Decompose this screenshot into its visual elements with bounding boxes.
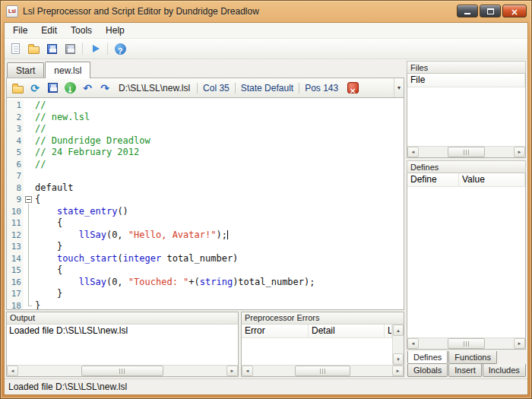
line-number: 2 (7, 112, 24, 124)
side-tab-defines[interactable]: Defines (407, 351, 448, 364)
line-number: 15 (7, 264, 24, 277)
side-tab-globals[interactable]: Globals (407, 364, 448, 377)
column-header-detail[interactable]: Detail (309, 325, 385, 337)
new-file-button[interactable] (7, 40, 24, 57)
open-folder-icon (28, 46, 40, 54)
fold-margin (24, 300, 33, 311)
close-icon (511, 5, 518, 18)
fold-margin (24, 194, 33, 206)
code-line: 2// new.lsl (7, 112, 404, 124)
scroll-left-arrow-icon[interactable] (407, 338, 419, 349)
side-tab-includes[interactable]: Includes (483, 364, 526, 377)
output-hscrollbar[interactable] (7, 365, 238, 376)
open-script-button[interactable] (9, 80, 26, 97)
fold-margin (24, 170, 33, 182)
fold-margin (24, 206, 33, 218)
tab-new-lsl[interactable]: new.lsl (45, 62, 90, 78)
column-header-file[interactable]: File (407, 74, 525, 87)
state-indicator: State Default (236, 83, 299, 93)
errors-hscrollbar[interactable] (242, 365, 404, 376)
defines-panel-title: Defines (407, 160, 526, 173)
run-button[interactable] (87, 40, 103, 57)
tab-bar: Startnew.lsl (6, 61, 404, 78)
errors-vscrollbar[interactable] (392, 325, 404, 365)
errors-panel-title: Preprocessor Errors (242, 312, 404, 325)
fold-margin (24, 112, 33, 124)
fold-margin (24, 123, 33, 135)
defines-panel: Defines DefineValue DefinesFunctions Glo… (407, 160, 526, 377)
save-button[interactable] (43, 40, 60, 57)
side-tab-functions[interactable]: Functions (448, 351, 497, 364)
reload-icon (30, 81, 40, 95)
floppy-blue-icon (47, 44, 57, 54)
errors-list[interactable] (242, 338, 392, 365)
fold-toggle-icon[interactable] (25, 196, 32, 203)
code-editor[interactable]: 1//2// new.lsl3//4// Dundridge Dreadlow5… (6, 98, 404, 310)
column-header-error[interactable]: Error (242, 325, 309, 337)
save-script-button[interactable] (44, 80, 61, 97)
menu-file[interactable]: File (6, 23, 34, 38)
line-number: 14 (7, 253, 24, 265)
editor-column: Startnew.lsl D:\SL\LSL\new.lsl Col 35Sta… (6, 61, 404, 377)
scroll-right-arrow-icon[interactable] (226, 366, 238, 376)
scroll-grip-icon (320, 369, 325, 374)
position-indicator: Pos 143 (299, 83, 344, 93)
defines-list[interactable] (407, 187, 525, 337)
side-tabs-row2: GlobalsInsertIncludes (407, 364, 526, 377)
files-panel-title: Files (407, 61, 526, 74)
title-bar[interactable]: Lsl Lsl Preprocessor and Script Editor b… (1, 1, 531, 21)
column-indicator: Col 35 (198, 83, 235, 93)
column-header-define[interactable]: Define (407, 173, 459, 186)
scroll-thumb[interactable] (448, 147, 485, 157)
floppy-gray-icon (65, 44, 75, 54)
reload-script-button[interactable] (27, 80, 43, 97)
column-header-li[interactable]: Li (385, 325, 392, 337)
scroll-right-arrow-icon[interactable] (514, 338, 525, 349)
scroll-grip-icon (119, 369, 125, 374)
maximize-button[interactable] (480, 5, 501, 17)
toolbar-separator-1 (82, 43, 83, 55)
scroll-left-arrow-icon[interactable] (242, 366, 253, 376)
fold-margin (24, 253, 33, 265)
tab-start[interactable]: Start (7, 62, 44, 78)
scroll-right-arrow-icon[interactable] (392, 366, 404, 376)
errors-columns: ErrorDetailLi (242, 325, 392, 338)
editor-toolbar-icons (9, 80, 113, 97)
scroll-right-arrow-icon[interactable] (514, 147, 525, 157)
minimize-button[interactable] (457, 5, 478, 17)
column-header-value[interactable]: Value (459, 173, 525, 186)
editor-toolbar: D:\SL\LSL\new.lsl Col 35State DefaultPos… (6, 78, 404, 98)
help-button[interactable] (112, 40, 128, 57)
close-file-button[interactable] (344, 80, 361, 97)
code-line: 16 llSay(0, "Touched: "+(string)total_nu… (7, 277, 404, 289)
menu-help[interactable]: Help (99, 23, 131, 38)
menu-edit[interactable]: Edit (34, 23, 64, 38)
fold-margin (24, 159, 33, 171)
scroll-thumb[interactable] (448, 338, 485, 349)
scroll-left-arrow-icon[interactable] (7, 366, 18, 376)
toolbar-overflow-button[interactable] (394, 78, 404, 97)
side-tab-insert[interactable]: Insert (448, 364, 482, 377)
output-content[interactable]: Loaded file D:\SL\LSL\new.lsl (7, 325, 238, 365)
files-hscrollbar[interactable] (407, 146, 525, 157)
side-tab-strip: DefinesFunctions GlobalsInsertIncludes (407, 350, 526, 377)
line-number: 13 (7, 241, 24, 253)
open-file-button[interactable] (25, 40, 42, 57)
scroll-thumb[interactable] (295, 366, 350, 376)
scroll-down-arrow-icon[interactable] (393, 353, 404, 365)
defines-listbox: DefineValue (407, 173, 526, 350)
save-all-button[interactable] (62, 40, 78, 57)
close-button[interactable] (502, 5, 527, 17)
defines-hscrollbar[interactable] (407, 337, 525, 349)
scroll-up-arrow-icon[interactable] (393, 325, 404, 336)
line-number: 9 (7, 194, 24, 206)
undo-button[interactable] (79, 80, 96, 97)
redo-button[interactable] (97, 80, 113, 97)
scroll-left-arrow-icon[interactable] (407, 147, 419, 157)
scroll-thumb[interactable] (81, 366, 164, 376)
files-list[interactable] (407, 87, 525, 146)
fold-margin (24, 135, 33, 147)
fetch-script-button[interactable] (62, 80, 78, 97)
play-icon (93, 45, 100, 52)
menu-tools[interactable]: Tools (64, 23, 99, 38)
